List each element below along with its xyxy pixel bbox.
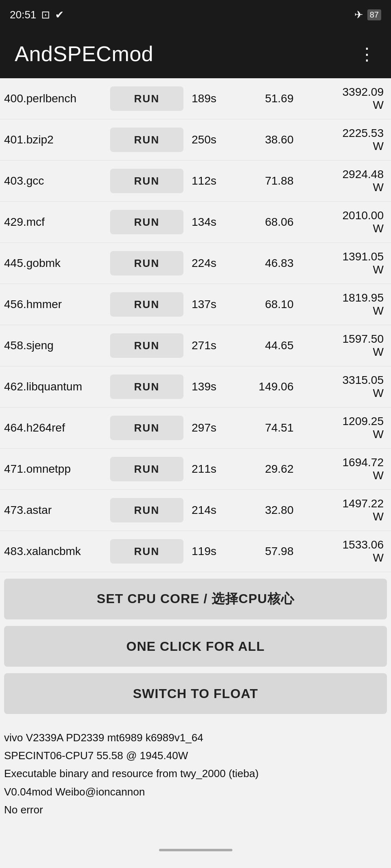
bench-name: 445.gobmk <box>4 256 106 271</box>
bench-watt: 1497.22 W <box>294 497 387 523</box>
benchmark-list: 400.perlbenchRUN189s51.693392.09 W401.bz… <box>0 78 391 572</box>
more-options-icon[interactable]: ⋮ <box>358 44 376 64</box>
bench-watt: 1533.06 W <box>294 538 387 564</box>
bench-name: 400.perlbench <box>4 91 106 106</box>
bench-time: 134s <box>192 216 241 229</box>
table-row: 456.hmmerRUN137s68.101819.95 W <box>0 284 391 325</box>
bench-score: 68.10 <box>241 298 294 311</box>
table-row: 445.gobmkRUN224s46.831391.05 W <box>0 243 391 284</box>
status-bar: 20:51 ⊡ ✔ ✈ 87 <box>0 0 391 29</box>
table-row: 403.gccRUN112s71.882924.48 W <box>0 161 391 202</box>
run-button-9[interactable]: RUN <box>110 457 183 481</box>
run-button-11[interactable]: RUN <box>110 539 183 564</box>
sim-icon: ⊡ <box>41 9 50 21</box>
run-button-6[interactable]: RUN <box>110 333 183 358</box>
table-row: 471.omnetppRUN211s29.621694.72 W <box>0 449 391 490</box>
bench-time: 211s <box>192 463 241 476</box>
switch-to-float-button[interactable]: SWITCH TO FLOAT <box>4 673 387 714</box>
table-row: 429.mcfRUN134s68.062010.00 W <box>0 202 391 243</box>
action-buttons: SET CPU CORE / 选择CPU核心 ONE CLICK FOR ALL… <box>0 572 391 720</box>
footer-line-3: Executable binary and resource from twy_… <box>4 764 387 782</box>
bench-time: 139s <box>192 380 241 393</box>
set-cpu-core-button[interactable]: SET CPU CORE / 选择CPU核心 <box>4 579 387 619</box>
bottom-nav <box>0 835 391 855</box>
table-row: 458.sjengRUN271s44.651597.50 W <box>0 325 391 366</box>
run-button-4[interactable]: RUN <box>110 251 183 275</box>
airplane-icon: ✈ <box>354 9 363 21</box>
table-row: 462.libquantumRUN139s149.063315.05 W <box>0 366 391 408</box>
bench-watt: 1694.72 W <box>294 456 387 482</box>
table-row: 401.bzip2RUN250s38.602225.53 W <box>0 119 391 161</box>
bench-time: 214s <box>192 504 241 517</box>
status-left: 20:51 ⊡ ✔ <box>10 9 64 21</box>
battery-indicator: 87 <box>367 9 381 20</box>
time-display: 20:51 <box>10 9 36 21</box>
bench-name: 483.xalancbmk <box>4 544 106 559</box>
bench-score: 32.80 <box>241 504 294 517</box>
table-row: 473.astarRUN214s32.801497.22 W <box>0 490 391 531</box>
run-button-7[interactable]: RUN <box>110 375 183 399</box>
check-icon: ✔ <box>55 9 64 21</box>
bench-name: 464.h264ref <box>4 421 106 435</box>
run-button-3[interactable]: RUN <box>110 210 183 234</box>
status-right: ✈ 87 <box>354 9 381 21</box>
bench-score: 44.65 <box>241 339 294 352</box>
bench-score: 46.83 <box>241 257 294 270</box>
footer-info: vivo V2339A PD2339 mt6989 k6989v1_64 SPE… <box>0 720 391 835</box>
bench-name: 403.gcc <box>4 174 106 188</box>
bench-name: 456.hmmer <box>4 297 106 312</box>
footer-line-5: No error <box>4 801 387 819</box>
bench-score: 57.98 <box>241 545 294 558</box>
footer-line-4: V0.04mod Weibo@ioncannon <box>4 783 387 801</box>
bench-watt: 2010.00 W <box>294 209 387 235</box>
bench-watt: 2225.53 W <box>294 127 387 153</box>
bench-time: 119s <box>192 545 241 558</box>
bench-time: 271s <box>192 339 241 352</box>
bench-score: 68.06 <box>241 216 294 229</box>
run-button-8[interactable]: RUN <box>110 416 183 440</box>
bench-score: 38.60 <box>241 133 294 146</box>
bench-watt: 2924.48 W <box>294 168 387 194</box>
bench-score: 29.62 <box>241 463 294 476</box>
bench-time: 189s <box>192 92 241 105</box>
table-row: 464.h264refRUN297s74.511209.25 W <box>0 408 391 449</box>
main-content: 400.perlbenchRUN189s51.693392.09 W401.bz… <box>0 78 391 855</box>
bench-name: 401.bzip2 <box>4 132 106 147</box>
bench-name: 471.omnetpp <box>4 462 106 476</box>
battery-level: 87 <box>370 10 379 20</box>
bench-watt: 1597.50 W <box>294 333 387 359</box>
bench-score: 149.06 <box>241 380 294 393</box>
bench-name: 429.mcf <box>4 215 106 229</box>
nav-indicator <box>159 849 232 851</box>
table-row: 400.perlbenchRUN189s51.693392.09 W <box>0 78 391 119</box>
bench-name: 473.astar <box>4 503 106 518</box>
run-button-5[interactable]: RUN <box>110 292 183 317</box>
run-button-1[interactable]: RUN <box>110 128 183 152</box>
bench-name: 458.sjeng <box>4 338 106 353</box>
bench-time: 250s <box>192 133 241 146</box>
bench-watt: 1391.05 W <box>294 250 387 276</box>
bench-score: 74.51 <box>241 421 294 434</box>
bench-time: 112s <box>192 174 241 187</box>
bench-watt: 1209.25 W <box>294 415 387 441</box>
bench-time: 137s <box>192 298 241 311</box>
one-click-all-button[interactable]: ONE CLICK FOR ALL <box>4 626 387 667</box>
app-title: AndSPECmod <box>15 42 153 66</box>
bench-score: 71.88 <box>241 174 294 187</box>
run-button-10[interactable]: RUN <box>110 498 183 522</box>
bench-watt: 1819.95 W <box>294 291 387 317</box>
bench-time: 297s <box>192 421 241 434</box>
footer-line-2: SPECINT06-CPU7 55.58 @ 1945.40W <box>4 747 387 764</box>
bench-score: 51.69 <box>241 92 294 105</box>
bench-name: 462.libquantum <box>4 379 106 394</box>
bench-watt: 3392.09 W <box>294 86 387 112</box>
bench-time: 224s <box>192 257 241 270</box>
run-button-0[interactable]: RUN <box>110 86 183 111</box>
bench-watt: 3315.05 W <box>294 374 387 400</box>
footer-line-1: vivo V2339A PD2339 mt6989 k6989v1_64 <box>4 729 387 747</box>
table-row: 483.xalancbmkRUN119s57.981533.06 W <box>0 531 391 572</box>
app-bar: AndSPECmod ⋮ <box>0 29 391 78</box>
run-button-2[interactable]: RUN <box>110 169 183 193</box>
